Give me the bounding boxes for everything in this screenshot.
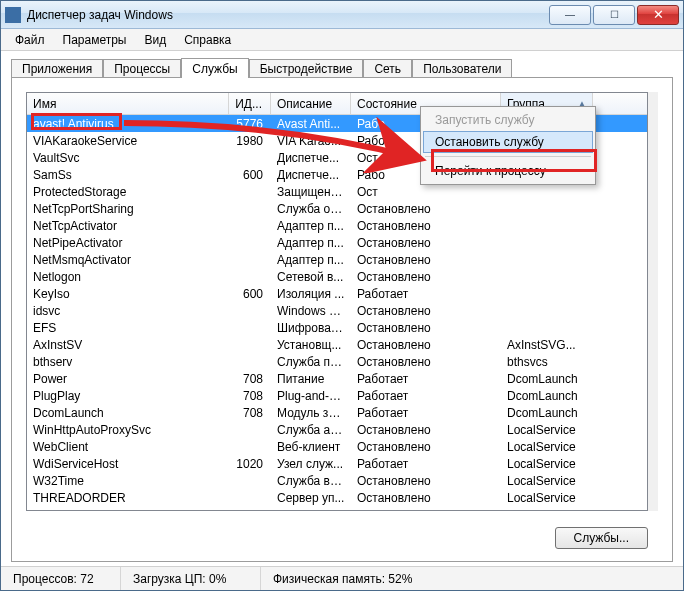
table-row[interactable]: ProtectedStorageЗащищенн...Ост [27, 183, 647, 200]
tab-applications[interactable]: Приложения [11, 59, 103, 78]
cell-name: NetMsmqActivator [27, 253, 229, 267]
cell-name: Netlogon [27, 270, 229, 284]
task-manager-window: Диспетчер задач Windows — ☐ ✕ Файл Парам… [0, 0, 684, 591]
cell-desc: Диспетче... [271, 168, 351, 182]
cell-state: Остановлено [351, 423, 501, 437]
cell-name: NetTcpPortSharing [27, 202, 229, 216]
cell-group: DcomLaunch [501, 406, 593, 420]
table-row[interactable]: NetMsmqActivatorАдаптер п...Остановлено [27, 251, 647, 268]
ctx-separator [425, 156, 591, 157]
table-row[interactable]: WebClientВеб-клиентОстановленоLocalServi… [27, 438, 647, 455]
cell-desc: Шифрован... [271, 321, 351, 335]
tab-processes[interactable]: Процессы [103, 59, 181, 78]
table-row[interactable]: NetTcpPortSharingСлужба об...Остановлено [27, 200, 647, 217]
cell-state: Работает [351, 406, 501, 420]
cell-desc: Windows C... [271, 304, 351, 318]
tab-services[interactable]: Службы [181, 58, 248, 78]
header-name[interactable]: Имя [27, 93, 229, 114]
menu-options[interactable]: Параметры [55, 31, 135, 49]
cell-desc: Адаптер п... [271, 253, 351, 267]
table-row[interactable]: EFSШифрован...Остановлено [27, 319, 647, 336]
table-row[interactable]: THREADORDERСервер уп...ОстановленоLocalS… [27, 489, 647, 506]
cell-name: WdiServiceHost [27, 457, 229, 471]
cell-name: VaultSvc [27, 151, 229, 165]
minimize-button[interactable]: — [549, 5, 591, 25]
table-row[interactable]: NetlogonСетевой в...Остановлено [27, 268, 647, 285]
cell-desc: Диспетче... [271, 151, 351, 165]
header-id[interactable]: ИД... [229, 93, 271, 114]
cell-group: DcomLaunch [501, 389, 593, 403]
menu-help[interactable]: Справка [176, 31, 239, 49]
cell-name: bthserv [27, 355, 229, 369]
table-row[interactable]: NetTcpActivatorАдаптер п...Остановлено [27, 217, 647, 234]
table-row[interactable]: WdiServiceHost1020Узел служ...РаботаетLo… [27, 455, 647, 472]
status-cpu: Загрузка ЦП: 0% [121, 567, 261, 590]
cell-group: LocalService [501, 440, 593, 454]
cell-desc: Модуль за... [271, 406, 351, 420]
cell-state: Остановлено [351, 321, 501, 335]
button-row: Службы... [555, 527, 648, 549]
cell-id: 708 [229, 372, 271, 386]
cell-desc: Служба по... [271, 355, 351, 369]
tab-performance[interactable]: Быстродействие [249, 59, 364, 78]
cell-group: LocalService [501, 491, 593, 505]
cell-name: THREADORDER [27, 491, 229, 505]
cell-group: LocalService [501, 423, 593, 437]
menu-view[interactable]: Вид [136, 31, 174, 49]
cell-name: WebClient [27, 440, 229, 454]
cell-desc: Avast Anti... [271, 117, 351, 131]
ctx-stop-service[interactable]: Остановить службу [423, 131, 593, 153]
table-row[interactable]: bthservСлужба по...Остановленоbthsvcs [27, 353, 647, 370]
services-button[interactable]: Службы... [555, 527, 648, 549]
cell-desc: Узел служ... [271, 457, 351, 471]
cell-name: VIAKaraokeService [27, 134, 229, 148]
cell-name: idsvc [27, 304, 229, 318]
cell-state: Работает [351, 287, 501, 301]
cell-state: Работает [351, 389, 501, 403]
table-row[interactable]: NetPipeActivatorАдаптер п...Остановлено [27, 234, 647, 251]
ctx-start-service: Запустить службу [423, 109, 593, 131]
cell-name: Power [27, 372, 229, 386]
cell-desc: Служба ав... [271, 423, 351, 437]
cell-name: W32Time [27, 474, 229, 488]
cell-name: WinHttpAutoProxySvc [27, 423, 229, 437]
cell-desc: Plug-and-Play [271, 389, 351, 403]
titlebar[interactable]: Диспетчер задач Windows — ☐ ✕ [1, 1, 683, 29]
cell-name: KeyIso [27, 287, 229, 301]
app-icon [5, 7, 21, 23]
cell-state: Остановлено [351, 270, 501, 284]
context-menu[interactable]: Запустить службу Остановить службу Перей… [420, 106, 596, 185]
vertical-scrollbar[interactable] [648, 92, 658, 511]
cell-group: DcomLaunch [501, 372, 593, 386]
table-row[interactable]: KeyIso600Изоляция ...Работает [27, 285, 647, 302]
table-row[interactable]: Power708ПитаниеРаботаетDcomLaunch [27, 370, 647, 387]
menu-file[interactable]: Файл [7, 31, 53, 49]
client-area: Приложения Процессы Службы Быстродействи… [1, 51, 683, 566]
table-row[interactable]: AxInstSVУстановщ...ОстановленоAxInstSVG.… [27, 336, 647, 353]
cell-name: DcomLaunch [27, 406, 229, 420]
close-button[interactable]: ✕ [637, 5, 679, 25]
table-row[interactable]: W32TimeСлужба вр...ОстановленоLocalServi… [27, 472, 647, 489]
table-row[interactable]: WinHttpAutoProxySvcСлужба ав...Остановле… [27, 421, 647, 438]
cell-desc: Изоляция ... [271, 287, 351, 301]
cell-desc: Сетевой в... [271, 270, 351, 284]
table-row[interactable]: PlugPlay708Plug-and-PlayРаботаетDcomLaun… [27, 387, 647, 404]
table-row[interactable]: idsvcWindows C...Остановлено [27, 302, 647, 319]
header-desc[interactable]: Описание [271, 93, 351, 114]
cell-group: LocalService [501, 457, 593, 471]
ctx-goto-process[interactable]: Перейти к процессу [423, 160, 593, 182]
tab-networking[interactable]: Сеть [363, 59, 412, 78]
cell-state: Остановлено [351, 304, 501, 318]
tab-users[interactable]: Пользователи [412, 59, 512, 78]
cell-id: 708 [229, 406, 271, 420]
cell-name: EFS [27, 321, 229, 335]
cell-desc: Служба вр... [271, 474, 351, 488]
table-row[interactable]: DcomLaunch708Модуль за...РаботаетDcomLau… [27, 404, 647, 421]
window-buttons: — ☐ ✕ [549, 5, 679, 25]
maximize-button[interactable]: ☐ [593, 5, 635, 25]
cell-id: 708 [229, 389, 271, 403]
cell-name: SamSs [27, 168, 229, 182]
cell-id: 1020 [229, 457, 271, 471]
cell-state: Остановлено [351, 219, 501, 233]
cell-state: Остановлено [351, 355, 501, 369]
